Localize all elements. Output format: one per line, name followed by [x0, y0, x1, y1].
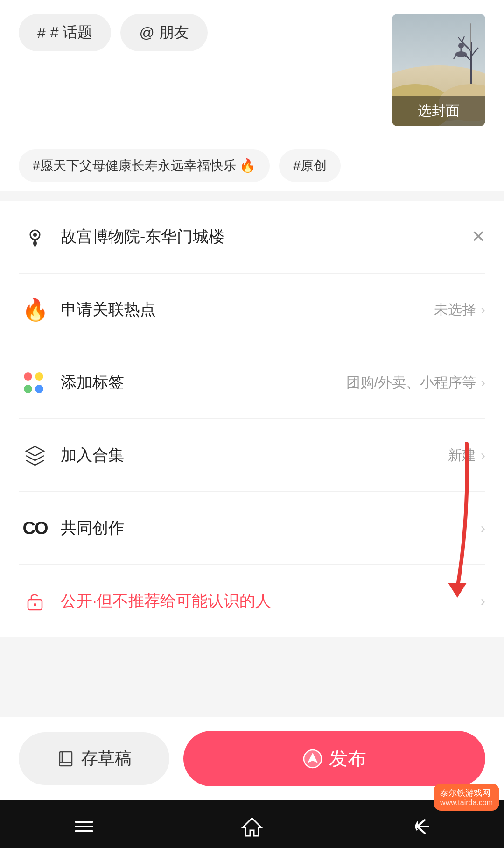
fire-icon: 🔥	[19, 293, 51, 326]
save-draft-label: 存草稿	[81, 747, 132, 770]
mention-label: 朋友	[159, 22, 189, 43]
mention-button[interactable]: @ 朋友	[120, 14, 207, 51]
nav-menu-icon[interactable]	[72, 814, 96, 839]
menu-section: 故宫博物院-东华门城楼 ✕ 🔥 申请关联热点 未选择 ›	[0, 201, 504, 637]
dots-icon	[24, 371, 46, 394]
cover-label[interactable]: 选封面	[392, 96, 485, 126]
chevron-icon-5: ›	[481, 593, 485, 609]
chevron-icon-1: ›	[481, 302, 485, 318]
hashtag-row: #愿天下父母健康长寿永远幸福快乐 🔥 #原创	[0, 140, 504, 191]
hash-icon: #	[37, 24, 46, 42]
chevron-icon-2: ›	[481, 375, 485, 390]
section-gap-1	[0, 191, 504, 201]
co-icon: CO	[23, 518, 48, 538]
back-svg	[408, 814, 432, 839]
svg-point-18	[34, 603, 36, 606]
hot-topic-label: 申请关联热点	[61, 299, 434, 320]
pin-svg	[24, 226, 46, 248]
dot-yellow	[35, 372, 43, 381]
co-icon-container: CO	[19, 512, 51, 544]
hashtag-chip-2[interactable]: #原创	[279, 149, 341, 182]
tags-area: # # 话题 @ 朋友	[19, 14, 378, 51]
lock-svg	[23, 589, 47, 613]
layers-icon	[19, 439, 51, 472]
layers-svg	[23, 444, 47, 467]
hashtag-button[interactable]: # # 话题	[19, 14, 111, 51]
nav-home-icon[interactable]	[240, 814, 264, 839]
hashtag-chip-1[interactable]: #愿天下父母健康长寿永远幸福快乐 🔥	[19, 149, 270, 182]
co-create-label: 共同创作	[61, 517, 481, 539]
chevron-icon-4: ›	[481, 520, 485, 536]
add-tag-row[interactable]: 添加标签 团购/外卖、小程序等 ›	[0, 346, 504, 418]
svg-rect-22	[60, 762, 72, 766]
dot-green	[24, 385, 32, 393]
join-collection-label: 加入合集	[61, 445, 448, 466]
join-collection-value: 新建	[448, 446, 476, 465]
publish-button[interactable]: 发布	[183, 731, 485, 786]
watermark: 泰尔铁游戏网 www.tairda.com	[434, 784, 499, 811]
location-row[interactable]: 故宫博物院-东华门城楼 ✕	[0, 201, 504, 273]
lock-icon-container	[19, 585, 51, 617]
hot-topic-value: 未选择	[434, 300, 476, 319]
privacy-row[interactable]: 公开·但不推荐给可能认识的人 ›	[0, 565, 504, 637]
section-gap-2	[0, 637, 504, 646]
bottom-bar: 存草稿 发布	[0, 717, 504, 800]
dots-icon-container	[19, 366, 51, 399]
dot-red	[24, 372, 32, 381]
location-icon	[19, 220, 51, 253]
nav-bar	[0, 800, 504, 848]
hashtag-label: # 话题	[50, 22, 93, 43]
at-icon: @	[139, 24, 154, 42]
privacy-label: 公开·但不推荐给可能认识的人	[61, 590, 481, 612]
hot-topic-row[interactable]: 🔥 申请关联热点 未选择 ›	[0, 274, 504, 346]
watermark-url: www.tairda.com	[440, 799, 493, 807]
watermark-text: 泰尔铁游戏网	[440, 787, 493, 799]
save-draft-button[interactable]: 存草稿	[19, 732, 169, 785]
add-tag-label: 添加标签	[61, 372, 346, 393]
chevron-icon-3: ›	[481, 447, 485, 463]
join-collection-row[interactable]: 加入合集 新建 ›	[0, 419, 504, 491]
add-tag-value: 团购/外卖、小程序等	[346, 373, 476, 392]
svg-point-16	[33, 233, 37, 237]
page-wrapper: # # 话题 @ 朋友	[0, 0, 504, 848]
top-section: # # 话题 @ 朋友	[0, 0, 504, 140]
close-icon[interactable]: ✕	[471, 227, 485, 247]
publish-icon	[303, 749, 322, 769]
tag-buttons: # # 话题 @ 朋友	[19, 14, 378, 51]
home-svg	[240, 814, 264, 839]
location-label: 故宫博物院-东华门城楼	[61, 226, 471, 247]
cover-image-area[interactable]: 选封面	[392, 14, 485, 126]
co-create-row[interactable]: CO 共同创作 ›	[0, 492, 504, 564]
nav-back-icon[interactable]	[408, 814, 432, 839]
hashtag-text-2: #原创	[293, 157, 327, 175]
hamburger-svg	[72, 814, 96, 839]
publish-label: 发布	[329, 746, 366, 771]
hashtag-text-1: #愿天下父母健康长寿永远幸福快乐 🔥	[33, 157, 256, 175]
draft-icon	[57, 750, 75, 768]
dot-blue	[35, 385, 43, 393]
